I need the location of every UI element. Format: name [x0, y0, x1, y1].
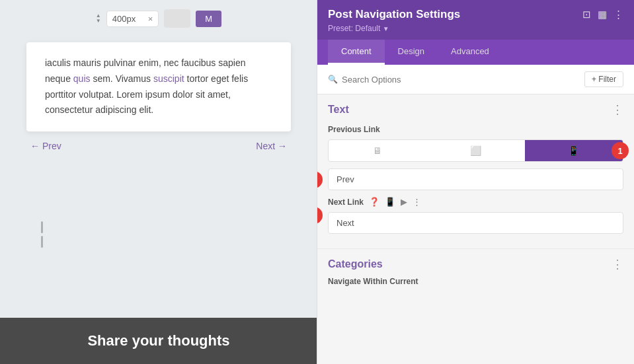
panel-header: Post Navigation Settings ⊡ ▦ ⋮ Preset: D…: [317, 0, 634, 65]
prev-text-input[interactable]: Prev: [328, 168, 623, 190]
panel-header-icons: ⊡ ▦ ⋮: [582, 9, 623, 20]
panel-body: 🔍 + Filter Text ⋮ Previous Link 🖥 ⬜ 📱: [317, 65, 634, 364]
panel-header-top: Post Navigation Settings ⊡ ▦ ⋮: [328, 8, 623, 21]
next-link-label: Next Link: [328, 198, 364, 207]
search-input-wrap: 🔍: [328, 75, 584, 85]
prev-link[interactable]: ← Prev: [30, 141, 61, 151]
panel-title: Post Navigation Settings: [328, 8, 460, 21]
text-section-title: Text: [328, 104, 349, 116]
size-clear-icon[interactable]: ×: [148, 14, 153, 24]
search-icon: 🔍: [328, 75, 338, 84]
tablet-btn[interactable]: ⬜: [426, 140, 524, 161]
badge-2: 2: [317, 171, 323, 188]
content-card: iaculis mauris pulvinar enim, nec faucib…: [26, 42, 291, 131]
layout-icon[interactable]: ▦: [598, 9, 607, 20]
preset-label: Preset: Default: [328, 24, 380, 33]
desktop-btn[interactable]: 🖥: [329, 140, 426, 161]
size-stepper[interactable]: ▲ ▼: [96, 13, 101, 24]
badge-3: 3: [317, 207, 323, 224]
help-icon[interactable]: ❓: [369, 197, 379, 207]
next-link[interactable]: Next →: [256, 141, 287, 151]
text-section-header: Text ⋮: [328, 102, 623, 117]
mobile-icon-small[interactable]: 📱: [385, 197, 395, 207]
prev-input-wrap: 2 Prev: [328, 168, 623, 190]
cursor-icon[interactable]: ▶: [401, 197, 407, 207]
more-icon-small[interactable]: ⋮: [413, 197, 421, 207]
tab-design[interactable]: Design: [385, 40, 438, 65]
device-toggle: 🖥 ⬜ 📱 1: [328, 139, 623, 162]
navigate-label: Navigate Within Current: [328, 277, 623, 286]
m-button[interactable]: M: [196, 11, 221, 27]
left-content-area: ▲ ▼ × M iaculis mauris pulvinar enim, ne…: [0, 0, 317, 364]
next-text-input[interactable]: Next: [328, 212, 623, 234]
previous-link-label: Previous Link: [328, 125, 623, 134]
panel-tabs: Content Design Advanced: [317, 40, 634, 65]
suscipit-link[interactable]: suscipit: [153, 73, 184, 84]
more-icon[interactable]: ⋮: [614, 9, 623, 20]
top-bar: ▲ ▼ × M: [0, 0, 317, 37]
categories-menu[interactable]: ⋮: [612, 257, 623, 272]
share-bar: Share your thoughts: [0, 318, 317, 364]
search-input[interactable]: [342, 75, 584, 85]
categories-section: Categories ⋮ Navigate Within Current: [317, 248, 634, 294]
share-bar-text: Share your thoughts: [87, 332, 229, 349]
size-input-wrapper: ×: [106, 11, 159, 27]
search-bar: 🔍 + Filter: [317, 65, 634, 94]
size-input[interactable]: [112, 14, 145, 24]
expand-icon[interactable]: ⊡: [582, 9, 591, 20]
nav-links: ← Prev Next →: [26, 131, 291, 161]
mobile-btn[interactable]: 📱: [525, 140, 623, 161]
panel-preset[interactable]: Preset: Default ▼: [328, 24, 623, 33]
tab-advanced[interactable]: Advanced: [438, 40, 502, 65]
text-section-menu[interactable]: ⋮: [612, 102, 623, 117]
right-panel: Post Navigation Settings ⊡ ▦ ⋮ Preset: D…: [317, 0, 634, 364]
categories-title: Categories: [328, 258, 383, 270]
text-section: Text ⋮ Previous Link 🖥 ⬜ 📱 1 2 Prev: [317, 94, 634, 248]
categories-header: Categories ⋮: [328, 257, 623, 272]
quis-link[interactable]: quis: [73, 73, 91, 84]
tab-content[interactable]: Content: [328, 40, 385, 65]
next-link-row: Next Link ❓ 📱 ▶ ⋮: [328, 197, 623, 207]
filter-button[interactable]: + Filter: [584, 71, 623, 87]
device-toggle-wrap: 🖥 ⬜ 📱 1: [328, 139, 623, 162]
content-paragraph: iaculis mauris pulvinar enim, nec faucib…: [45, 55, 272, 118]
vertical-indicator: [41, 221, 43, 248]
